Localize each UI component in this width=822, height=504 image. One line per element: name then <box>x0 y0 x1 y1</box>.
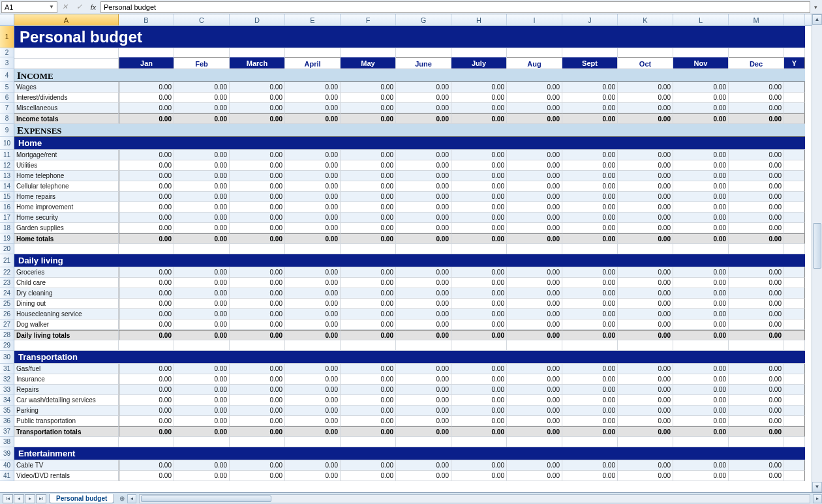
col-header-G[interactable]: G <box>396 14 451 25</box>
data-cell[interactable]: 0.00 <box>507 267 562 278</box>
data-cell[interactable]: 0.00 <box>451 223 507 233</box>
blank-cell[interactable] <box>174 340 230 351</box>
data-cell[interactable]: 0.00 <box>285 364 341 374</box>
row-label[interactable]: Utilities <box>14 160 119 171</box>
data-cell[interactable]: 0.00 <box>119 385 174 395</box>
data-cell[interactable]: 0.00 <box>673 160 729 171</box>
data-cell[interactable]: 0.00 <box>341 374 396 385</box>
data-cell[interactable]: 0.00 <box>507 406 562 416</box>
data-cell[interactable]: 0.00 <box>174 150 230 160</box>
data-cell[interactable]: 0.00 <box>451 93 507 103</box>
data-cell[interactable]: 0.00 <box>673 267 729 278</box>
blank-cell[interactable] <box>285 340 341 351</box>
data-cell[interactable]: 0.00 <box>729 223 784 233</box>
data-cell[interactable]: 0.00 <box>285 395 341 406</box>
data-cell[interactable]: 0.00 <box>618 202 673 213</box>
data-cell[interactable]: 0.00 <box>396 202 451 213</box>
data-cell[interactable]: 0.00 <box>507 395 562 406</box>
data-cell[interactable]: 0.00 <box>341 160 396 171</box>
data-cell[interactable]: 0.00 <box>119 460 174 471</box>
row-header-41[interactable]: 41 <box>0 471 14 481</box>
data-cell[interactable]: 0.00 <box>729 406 784 416</box>
vertical-scroll-thumb[interactable] <box>813 223 821 269</box>
data-cell[interactable] <box>784 364 805 374</box>
row-header-35[interactable]: 35 <box>0 406 14 416</box>
col-header-C[interactable]: C <box>174 14 230 25</box>
col-header-K[interactable]: K <box>618 14 673 25</box>
data-cell[interactable] <box>784 309 805 319</box>
row-label[interactable]: Child care <box>14 278 119 288</box>
data-cell[interactable]: 0.00 <box>230 160 285 171</box>
data-cell[interactable]: 0.00 <box>673 471 729 481</box>
blank-cell[interactable] <box>562 340 618 351</box>
blank-cell[interactable] <box>451 437 507 447</box>
data-cell[interactable]: 0.00 <box>507 93 562 103</box>
data-cell[interactable]: 0.00 <box>673 192 729 202</box>
data-cell[interactable]: 0.00 <box>562 385 618 395</box>
data-cell[interactable]: 0.00 <box>618 213 673 223</box>
data-cell[interactable]: 0.00 <box>230 330 285 340</box>
data-cell[interactable]: 0.00 <box>618 82 673 93</box>
data-cell[interactable]: 0.00 <box>174 364 230 374</box>
data-cell[interactable]: 0.00 <box>341 330 396 340</box>
row-header-12[interactable]: 12 <box>0 160 14 171</box>
budget-title[interactable]: Personal budget <box>14 26 805 48</box>
data-cell[interactable]: 0.00 <box>341 82 396 93</box>
blank-cell[interactable] <box>230 244 285 254</box>
data-cell[interactable]: 0.00 <box>119 233 174 244</box>
data-cell[interactable]: 0.00 <box>618 319 673 330</box>
row-header-18[interactable]: 18 <box>0 223 14 233</box>
data-cell[interactable]: 0.00 <box>507 160 562 171</box>
data-cell[interactable]: 0.00 <box>285 330 341 340</box>
row-label[interactable]: Parking <box>14 406 119 416</box>
blank-cell[interactable] <box>562 244 618 254</box>
data-cell[interactable]: 0.00 <box>341 181 396 192</box>
data-cell[interactable]: 0.00 <box>451 460 507 471</box>
data-cell[interactable]: 0.00 <box>174 288 230 299</box>
tab-prev-icon[interactable]: ◂ <box>14 494 24 503</box>
row-header-40[interactable]: 40 <box>0 460 14 471</box>
row-label[interactable]: Insurance <box>14 374 119 385</box>
data-cell[interactable]: 0.00 <box>562 309 618 319</box>
data-cell[interactable]: 0.00 <box>673 406 729 416</box>
data-cell[interactable]: 0.00 <box>174 160 230 171</box>
vertical-scrollbar[interactable]: ▲ ▼ <box>812 14 822 492</box>
data-cell[interactable]: 0.00 <box>562 93 618 103</box>
col-header-D[interactable]: D <box>230 14 285 25</box>
data-cell[interactable]: 0.00 <box>451 385 507 395</box>
data-cell[interactable] <box>784 460 805 471</box>
row-label[interactable]: Dog walker <box>14 319 119 330</box>
row-label[interactable]: Car wash/detailing services <box>14 395 119 406</box>
data-cell[interactable]: 0.00 <box>507 233 562 244</box>
data-cell[interactable]: 0.00 <box>396 223 451 233</box>
data-cell[interactable]: 0.00 <box>562 213 618 223</box>
data-cell[interactable]: 0.00 <box>618 330 673 340</box>
data-cell[interactable]: 0.00 <box>341 223 396 233</box>
data-cell[interactable]: 0.00 <box>230 113 285 124</box>
data-cell[interactable]: 0.00 <box>673 426 729 437</box>
data-cell[interactable]: 0.00 <box>396 406 451 416</box>
data-cell[interactable]: 0.00 <box>562 471 618 481</box>
row-header-30[interactable]: 30 <box>0 351 14 364</box>
blank-cell[interactable] <box>618 244 673 254</box>
data-cell[interactable]: 0.00 <box>729 160 784 171</box>
subsection-home[interactable]: Home <box>14 137 805 150</box>
section-income[interactable]: INCOME <box>14 69 805 82</box>
data-cell[interactable]: 0.00 <box>673 330 729 340</box>
row-label[interactable]: Dining out <box>14 299 119 309</box>
blank-cell[interactable] <box>230 340 285 351</box>
data-cell[interactable]: 0.00 <box>341 171 396 181</box>
data-cell[interactable]: 0.00 <box>285 171 341 181</box>
data-cell[interactable]: 0.00 <box>562 171 618 181</box>
col-header-E[interactable]: E <box>285 14 341 25</box>
data-cell[interactable]: 0.00 <box>673 374 729 385</box>
data-cell[interactable]: 0.00 <box>396 309 451 319</box>
data-cell[interactable]: 0.00 <box>618 181 673 192</box>
data-cell[interactable]: 0.00 <box>174 426 230 437</box>
data-cell[interactable]: 0.00 <box>285 460 341 471</box>
row-label[interactable]: Wages <box>14 82 119 93</box>
data-cell[interactable]: 0.00 <box>341 113 396 124</box>
row-label[interactable]: Mortgage/rent <box>14 150 119 160</box>
blank-cell[interactable] <box>341 340 396 351</box>
data-cell[interactable]: 0.00 <box>174 471 230 481</box>
